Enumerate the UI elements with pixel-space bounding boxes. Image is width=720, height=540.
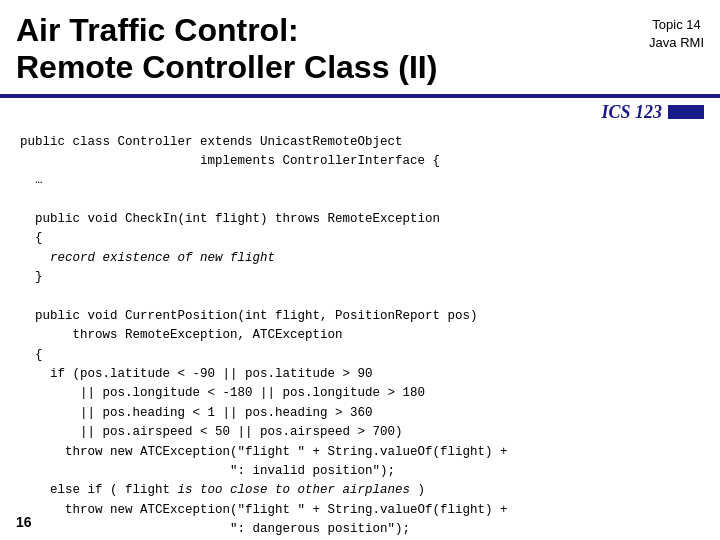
divider-bar <box>0 94 720 98</box>
code-line-11: if (pos.latitude < -90 || pos.latitude >… <box>20 365 700 384</box>
ics-badge: ICS 123 <box>0 100 720 127</box>
topic-block: Topic 14 Java RMI <box>649 12 704 52</box>
code-block: public class Controller extends UnicastR… <box>0 127 720 540</box>
code-line-5: { <box>20 229 700 248</box>
code-line-4: public void CheckIn(int flight) throws R… <box>20 210 700 229</box>
ics-bar-decoration <box>668 105 704 119</box>
code-line-15: throw new ATCException("flight " + Strin… <box>20 443 700 462</box>
title-block: Air Traffic Control: Remote Controller C… <box>16 12 437 86</box>
code-line-13: || pos.heading < 1 || pos.heading > 360 <box>20 404 700 423</box>
header: Air Traffic Control: Remote Controller C… <box>0 0 720 94</box>
code-line-18: throw new ATCException("flight " + Strin… <box>20 501 700 520</box>
code-line-12: || pos.longitude < -180 || pos.longitude… <box>20 384 700 403</box>
slide-number: 16 <box>16 514 32 530</box>
code-line-7: } <box>20 268 700 287</box>
code-line-14: || pos.airspeed < 50 || pos.airspeed > 7… <box>20 423 700 442</box>
code-line-2: implements ControllerInterface { <box>20 152 700 171</box>
code-line-8: public void CurrentPosition(int flight, … <box>20 307 700 326</box>
code-line-10: { <box>20 346 700 365</box>
code-line-1: public class Controller extends UnicastR… <box>20 133 700 152</box>
code-line-19: ": dangerous position"); <box>20 520 700 539</box>
code-line-3: … <box>20 171 700 190</box>
code-line-9: throws RemoteException, ATCException <box>20 326 700 345</box>
code-line-16: ": invalid position"); <box>20 462 700 481</box>
code-line-17: else if ( flight is too close to other a… <box>20 481 700 500</box>
page-title: Air Traffic Control: Remote Controller C… <box>16 12 437 86</box>
ics-label: ICS 123 <box>601 102 662 123</box>
code-line-6: record existence of new flight <box>20 249 700 268</box>
